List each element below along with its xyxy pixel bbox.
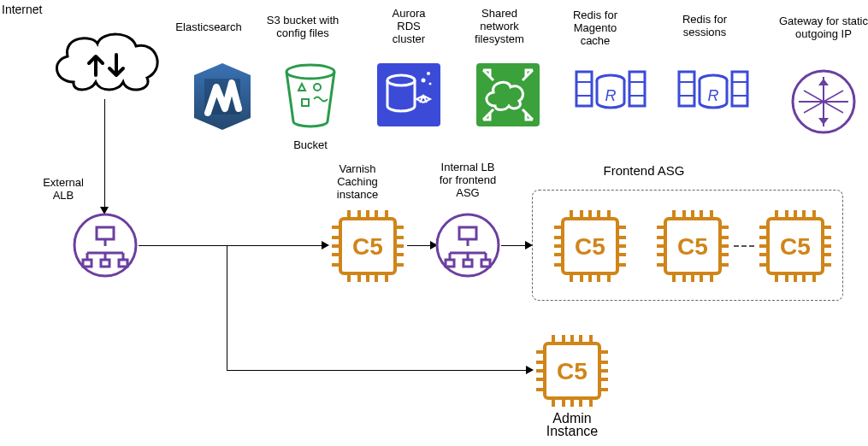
line-alb-varnish	[139, 245, 322, 246]
svg-rect-15	[732, 72, 747, 106]
svg-rect-3	[302, 99, 309, 106]
s3-sub-label: Bucket	[285, 138, 336, 151]
svg-rect-27	[459, 227, 476, 239]
aurora-label: Aurora RDS cluster	[379, 7, 439, 45]
svg-text:R: R	[605, 87, 617, 104]
redis-magento-label: Redis for Magento cache	[563, 9, 628, 47]
svg-point-7	[427, 72, 430, 75]
aurora-icon	[375, 62, 442, 128]
redis-magento-icon: R	[575, 65, 647, 116]
admin-c5-icon: C5	[533, 332, 611, 410]
s3-bucket-icon	[276, 62, 345, 130]
svg-point-0	[286, 65, 334, 79]
varnish-label: Varnish Caching instance	[332, 162, 383, 201]
sharedfs-icon	[475, 62, 541, 128]
svg-rect-28	[446, 260, 454, 267]
svg-point-2	[314, 84, 321, 91]
admin-label: Admin Instance	[532, 412, 612, 437]
svg-text:C5: C5	[557, 358, 588, 384]
line-varnish-ilb	[407, 245, 430, 246]
svg-rect-20	[97, 227, 114, 239]
svg-text:R: R	[708, 87, 719, 104]
redis-sessions-icon: R	[677, 65, 749, 116]
varnish-c5-icon: C5	[328, 207, 407, 285]
asg-c5-1-icon: C5	[551, 207, 629, 285]
line-ilb-asg	[501, 245, 525, 246]
frontend-asg-label: Frontend ASG	[597, 164, 691, 177]
asg-c5-2-icon: C5	[653, 207, 732, 285]
svg-rect-21	[83, 260, 92, 267]
gateway-icon	[790, 68, 857, 135]
svg-marker-1	[298, 84, 305, 91]
page-title: Internet	[2, 3, 42, 16]
svg-point-8	[429, 83, 432, 85]
ext-alb-label: External ALB	[34, 176, 92, 202]
gateway-label: Gateway for static outgoing IP	[776, 15, 868, 40]
sharedfs-label: Shared network filesystem	[469, 7, 530, 45]
svg-rect-14	[679, 72, 694, 106]
svg-rect-29	[464, 260, 472, 267]
svg-text:C5: C5	[352, 233, 383, 260]
asg-ellipsis	[734, 245, 754, 247]
internet-cloud-icon	[46, 22, 166, 99]
branch-down	[227, 246, 227, 370]
redis-sessions-label: Redis for sessions	[676, 13, 734, 38]
arrow-cloud-to-alb	[104, 99, 105, 207]
elasticsearch-label: Elasticsearch	[168, 21, 249, 33]
svg-text:C5: C5	[575, 233, 605, 260]
svg-text:C5: C5	[677, 233, 708, 260]
svg-text:C5: C5	[780, 233, 811, 260]
ext-alb-icon	[72, 212, 139, 279]
svg-rect-23	[119, 260, 127, 267]
asg-c5-3-icon: C5	[756, 207, 835, 285]
line-to-admin	[227, 370, 526, 371]
s3-label: S3 bucket with config files	[260, 14, 345, 39]
svg-rect-10	[576, 72, 592, 106]
svg-rect-22	[101, 260, 109, 267]
ilb-label: Internal LB for frontend ASG	[433, 161, 503, 199]
svg-rect-30	[481, 260, 490, 267]
ilb-icon	[434, 212, 501, 279]
svg-rect-11	[629, 72, 645, 106]
svg-point-6	[422, 79, 426, 83]
elasticsearch-icon	[189, 62, 256, 132]
